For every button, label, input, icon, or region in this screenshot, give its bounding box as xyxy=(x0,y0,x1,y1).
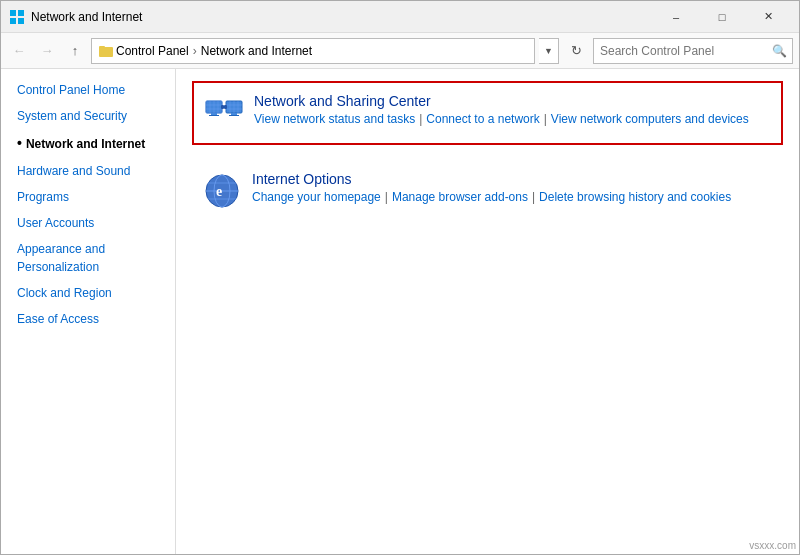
close-button[interactable]: ✕ xyxy=(745,1,791,33)
svg-rect-24 xyxy=(221,105,224,109)
sidebar-item-control-panel-home[interactable]: Control Panel Home xyxy=(1,77,175,103)
svg-rect-13 xyxy=(211,113,217,115)
window-controls: – □ ✕ xyxy=(653,1,791,33)
manage-browser-addons-link[interactable]: Manage browser add-ons xyxy=(392,190,528,204)
window-icon xyxy=(9,9,25,25)
search-input[interactable] xyxy=(594,44,766,58)
network-sharing-info: Network and Sharing Center View network … xyxy=(254,93,771,126)
internet-options-links: Change your homepage | Manage browser ad… xyxy=(252,190,773,204)
network-sharing-title[interactable]: Network and Sharing Center xyxy=(254,93,771,109)
sidebar-item-appearance[interactable]: Appearance andPersonalization xyxy=(1,236,175,280)
sidebar-item-ease-of-access[interactable]: Ease of Access xyxy=(1,306,175,332)
address-path: Control Panel › Network and Internet xyxy=(91,38,535,64)
back-button[interactable]: ← xyxy=(7,39,31,63)
main-layout: Control Panel Home System and Security N… xyxy=(1,69,799,555)
forward-button[interactable]: → xyxy=(35,39,59,63)
internet-options-title[interactable]: Internet Options xyxy=(252,171,773,187)
network-sharing-center-card: Network and Sharing Center View network … xyxy=(192,81,783,145)
breadcrumb-control-panel[interactable]: Control Panel xyxy=(116,44,189,58)
svg-rect-3 xyxy=(18,18,24,24)
network-sharing-links: View network status and tasks | Connect … xyxy=(254,112,771,126)
connect-to-network-link[interactable]: Connect to a network xyxy=(426,112,539,126)
svg-text:e: e xyxy=(216,184,222,199)
svg-rect-25 xyxy=(224,105,227,109)
up-button[interactable]: ↑ xyxy=(63,39,87,63)
sidebar-item-clock-region[interactable]: Clock and Region xyxy=(1,280,175,306)
address-dropdown[interactable]: ▼ xyxy=(539,38,559,64)
svg-rect-21 xyxy=(231,113,237,115)
svg-rect-14 xyxy=(209,115,219,116)
internet-options-card: e Internet Options Change your homepage … xyxy=(192,161,783,221)
change-homepage-link[interactable]: Change your homepage xyxy=(252,190,381,204)
view-network-status-link[interactable]: View network status and tasks xyxy=(254,112,415,126)
maximize-button[interactable]: □ xyxy=(699,1,745,33)
network-sharing-icon xyxy=(204,93,244,133)
svg-rect-22 xyxy=(229,115,239,116)
content-area: Network and Sharing Center View network … xyxy=(176,69,799,555)
breadcrumb-network-internet[interactable]: Network and Internet xyxy=(201,44,312,58)
minimize-button[interactable]: – xyxy=(653,1,699,33)
internet-options-icon: e xyxy=(202,171,242,211)
internet-options-info: Internet Options Change your homepage | … xyxy=(252,171,773,204)
search-button[interactable]: 🔍 xyxy=(766,39,792,63)
delete-browsing-history-link[interactable]: Delete browsing history and cookies xyxy=(539,190,731,204)
window-title: Network and Internet xyxy=(31,10,142,24)
search-box: 🔍 xyxy=(593,38,793,64)
sidebar-item-hardware-and-sound[interactable]: Hardware and Sound xyxy=(1,158,175,184)
address-bar: ← → ↑ Control Panel › Network and Intern… xyxy=(1,33,799,69)
svg-rect-1 xyxy=(18,10,24,16)
view-network-computers-link[interactable]: View network computers and devices xyxy=(551,112,749,126)
folder-icon xyxy=(98,43,114,59)
sidebar-item-network-and-internet: Network and Internet xyxy=(1,129,175,158)
svg-rect-0 xyxy=(10,10,16,16)
sidebar-item-programs[interactable]: Programs xyxy=(1,184,175,210)
sidebar-item-user-accounts[interactable]: User Accounts xyxy=(1,210,175,236)
sidebar-item-system-and-security[interactable]: System and Security xyxy=(1,103,175,129)
svg-rect-2 xyxy=(10,18,16,24)
watermark: vsxxx.com xyxy=(749,540,796,551)
svg-rect-5 xyxy=(99,46,105,49)
refresh-button[interactable]: ↻ xyxy=(563,38,589,64)
sidebar: Control Panel Home System and Security N… xyxy=(1,69,176,555)
title-bar: Network and Internet – □ ✕ xyxy=(1,1,799,33)
